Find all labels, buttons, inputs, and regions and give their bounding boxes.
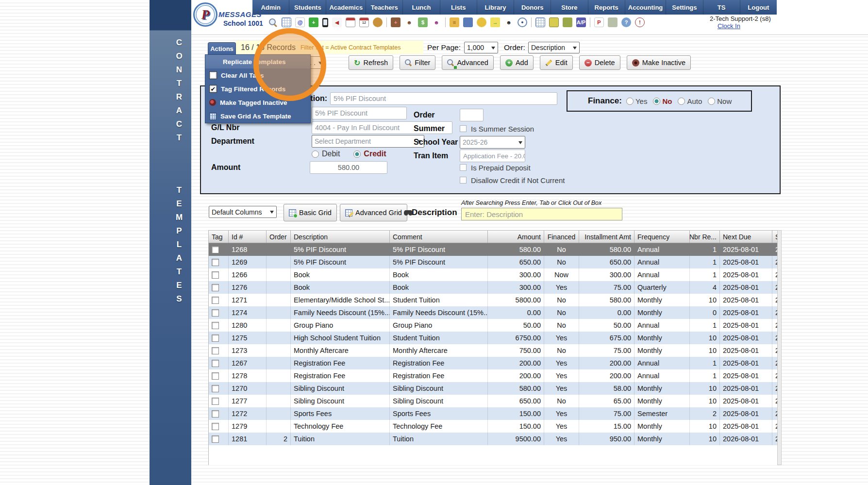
menu-item-make-tagged-inactive[interactable]: Make Tagged Inactive xyxy=(205,96,310,109)
money-icon[interactable]: $ xyxy=(418,17,428,27)
nav-item-reports[interactable]: Reports xyxy=(588,0,625,15)
row-tag-checkbox[interactable] xyxy=(212,347,219,354)
alert-icon[interactable]: ! xyxy=(635,17,645,27)
text-message-icon[interactable]: + xyxy=(309,17,318,27)
column-header-nbr[interactable]: Nbr Re... xyxy=(690,231,720,243)
description-input[interactable]: 5% PIF Discount xyxy=(330,92,557,105)
nav-item-students[interactable]: Students xyxy=(289,0,326,15)
table-scrollbar[interactable] xyxy=(777,230,782,465)
table-row-1281[interactable]: 12812TuitionTuition9500.00Yes950.00Month… xyxy=(209,433,777,445)
row-tag-checkbox[interactable] xyxy=(212,322,219,329)
comment-input[interactable]: 5% PIF Discount xyxy=(312,107,407,119)
email-icon[interactable]: @ xyxy=(295,17,305,27)
nav-item-academics[interactable]: Academics xyxy=(326,0,366,15)
column-header-frequency[interactable]: Frequency xyxy=(634,231,690,243)
credit-radio[interactable] xyxy=(353,151,361,158)
per-page-select[interactable]: 1,000 xyxy=(464,42,498,53)
help-icon[interactable]: ? xyxy=(621,17,631,27)
row-tag-checkbox[interactable] xyxy=(212,271,219,279)
table-row-1276[interactable]: 1276BookBook300.00Yes75.00Quarterly42025… xyxy=(209,281,777,294)
storage-icon[interactable] xyxy=(463,17,473,27)
nav-item-lunch[interactable]: Lunch xyxy=(402,0,439,15)
columns-select[interactable]: Default Columns xyxy=(209,206,277,218)
summer-session-checkbox[interactable] xyxy=(460,125,467,132)
people-icon[interactable]: ☻ xyxy=(432,17,441,27)
person-icon[interactable]: ☻ xyxy=(404,17,414,27)
finance-radio-now[interactable] xyxy=(708,98,715,105)
table-row-1269[interactable]: 12695% PIF Discount5% PIF Discount650.00… xyxy=(209,256,777,268)
table-row-1278[interactable]: 1278Registration FeeRegistration Fee200.… xyxy=(209,369,777,382)
debit-radio[interactable] xyxy=(312,151,319,158)
row-tag-checkbox[interactable] xyxy=(212,259,219,266)
table-row-1277[interactable]: 1277Sibling DiscountSibling Discount650.… xyxy=(209,395,777,407)
edit-button[interactable]: Edit xyxy=(540,55,573,70)
basic-grid-button[interactable]: Basic Grid xyxy=(284,204,337,221)
alarm-clock-icon[interactable] xyxy=(517,17,527,27)
prepaid-deposit-checkbox[interactable] xyxy=(460,164,467,171)
actions-menu-button[interactable]: Actions xyxy=(208,42,236,54)
column-header-id[interactable]: Id # xyxy=(229,231,267,243)
table-row-1274[interactable]: 1274Family Needs Discount (15%...Family … xyxy=(209,306,777,319)
finance-radio-no[interactable] xyxy=(653,98,660,105)
menu-item-save-grid-as-template[interactable]: Save Grid As Template xyxy=(205,109,310,123)
menu-item-tag-filtered-records[interactable]: Tag Filtered Records xyxy=(205,82,310,96)
amount-input[interactable]: 580.00 xyxy=(310,161,387,174)
row-tag-checkbox[interactable] xyxy=(212,297,219,304)
table-row-1280[interactable]: 1280Group PianoGroup Piano50.00No50.00An… xyxy=(209,319,777,332)
nav-item-settings[interactable]: Settings xyxy=(666,0,702,15)
send-note-icon[interactable]: → xyxy=(490,17,500,27)
mobile-phone-icon[interactable] xyxy=(322,18,328,27)
nav-item-teachers[interactable]: Teachers xyxy=(366,0,402,15)
row-tag-checkbox[interactable] xyxy=(212,372,219,380)
fax-icon[interactable] xyxy=(608,17,618,27)
staff-icon[interactable]: ☻ xyxy=(504,17,514,27)
column-header-amount[interactable]: Amount xyxy=(488,231,544,243)
column-header-order[interactable]: Order xyxy=(267,231,291,243)
table-row-1270[interactable]: 1270Sibling DiscountSibling Discount580.… xyxy=(209,382,777,395)
delete-button[interactable]: −Delete xyxy=(579,55,620,70)
menu-item-clear-all-tags[interactable]: Clear All Tags xyxy=(205,68,310,82)
table-row-1271[interactable]: 1271Elementary/Middle School St...Studen… xyxy=(209,294,777,306)
nav-item-logout[interactable]: Logout xyxy=(740,0,777,15)
row-tag-checkbox[interactable] xyxy=(212,284,219,291)
nav-item-accounting[interactable]: Accounting xyxy=(625,0,666,15)
table-row-1272[interactable]: 1272Sports FeesSports Fees150.00Yes75.00… xyxy=(209,407,777,420)
nav-item-admin[interactable]: Admin xyxy=(252,0,289,15)
finance-radio-auto[interactable] xyxy=(678,98,685,105)
table-row-1279[interactable]: 1279Technology FeeTechnology Fee150.00Ye… xyxy=(209,420,777,433)
school-year-select[interactable]: 2025-26 xyxy=(460,136,525,149)
finance-option-auto[interactable]: Auto xyxy=(678,97,702,105)
tran-item-input[interactable]: Application Fee - 20.00 xyxy=(460,150,525,162)
nav-item-library[interactable]: Library xyxy=(477,0,514,15)
row-tag-checkbox[interactable] xyxy=(212,410,219,418)
finance-radio-yes[interactable] xyxy=(626,98,634,105)
description-search-input[interactable]: Enter: Description xyxy=(461,208,622,220)
search-icon[interactable] xyxy=(268,17,278,27)
advanced-grid-button[interactable]: Advanced Grid xyxy=(340,204,407,221)
nav-item-donors[interactable]: Donors xyxy=(514,0,551,15)
finance-option-yes[interactable]: Yes xyxy=(626,97,647,105)
add-person-icon[interactable]: + xyxy=(391,17,401,27)
filter-button[interactable]: Filter xyxy=(400,55,435,70)
payment-card-icon[interactable] xyxy=(549,17,559,27)
table-row-1268[interactable]: 12685% PIF Discount5% PIF Discount580.00… xyxy=(209,243,777,256)
lunch-icon[interactable]: ≡ xyxy=(450,17,459,27)
add-button[interactable]: +Add xyxy=(500,55,534,70)
refresh-button[interactable]: Refresh xyxy=(349,55,393,70)
ledger-icon[interactable] xyxy=(535,17,545,27)
disallow-credit-checkbox[interactable] xyxy=(460,177,467,184)
row-tag-checkbox[interactable] xyxy=(212,398,219,405)
announcement-icon[interactable] xyxy=(373,17,383,27)
schedule-grid-icon[interactable] xyxy=(282,17,291,27)
table-row-1275[interactable]: 1275High School Student TuitionStudent T… xyxy=(209,332,777,344)
column-header-next_due[interactable]: Next Due xyxy=(720,231,772,243)
row-tag-checkbox[interactable] xyxy=(212,423,219,430)
department-select[interactable]: Select Department xyxy=(312,135,424,148)
sound-call-icon[interactable]: ◀ xyxy=(332,17,342,27)
finance-option-now[interactable]: Now xyxy=(708,97,732,105)
table-row-1266[interactable]: 1266BookBook300.00Now300.00Annual12025-0… xyxy=(209,268,777,281)
row-tag-checkbox[interactable] xyxy=(212,360,219,367)
column-header-desc[interactable]: Description xyxy=(291,231,390,243)
column-header-comment[interactable]: Comment xyxy=(390,231,488,243)
column-header-installment[interactable]: Installment Amt xyxy=(579,231,634,243)
